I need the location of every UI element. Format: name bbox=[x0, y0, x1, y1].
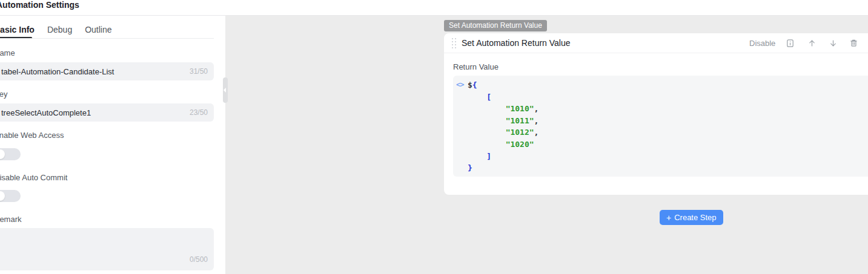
step-tooltip: Set Automation Return Value bbox=[444, 20, 547, 31]
settings-panel: Basic Info Debug Outline Name 31/50 Key … bbox=[0, 16, 225, 274]
remark-label: Remark bbox=[0, 215, 22, 224]
step-card: Set Automation Return Value Disable bbox=[444, 33, 868, 195]
move-down-icon[interactable] bbox=[829, 39, 838, 48]
name-char-counter: 31/50 bbox=[190, 67, 208, 76]
code-line: } bbox=[468, 162, 538, 174]
remark-char-counter: 0/500 bbox=[190, 255, 208, 264]
code-line: "1010", bbox=[468, 103, 538, 115]
document-info-icon[interactable] bbox=[786, 39, 795, 48]
code-line: "1020" bbox=[468, 139, 538, 151]
code-line: ] bbox=[468, 151, 538, 163]
disable-auto-commit-label: Disable Auto Commit bbox=[0, 174, 67, 182]
return-value-label: Return Value bbox=[453, 62, 499, 71]
disable-step-button[interactable]: Disable bbox=[749, 33, 775, 53]
settings-panel-content: Basic Info Debug Outline Name 31/50 Key … bbox=[0, 16, 214, 274]
create-step-label: Create Step bbox=[674, 213, 716, 222]
toggle-knob bbox=[0, 191, 5, 201]
code-icon: <> bbox=[456, 80, 463, 89]
key-char-counter: 23/50 bbox=[190, 108, 208, 117]
triangle-left-icon bbox=[224, 88, 226, 93]
name-input-wrap: 31/50 bbox=[0, 62, 214, 80]
move-up-icon[interactable] bbox=[807, 39, 817, 48]
settings-tabs: Basic Info Debug Outline bbox=[0, 22, 112, 38]
code-line: "1012", bbox=[468, 126, 538, 139]
code-line: ${ bbox=[468, 79, 538, 91]
page-title: Automation Settings bbox=[0, 0, 79, 10]
code-line: "1011", bbox=[468, 115, 538, 127]
plus-icon: + bbox=[666, 214, 671, 222]
create-step-button[interactable]: + Create Step bbox=[660, 210, 723, 225]
drag-handle-icon[interactable] bbox=[452, 38, 456, 48]
step-card-header: Set Automation Return Value Disable bbox=[444, 33, 868, 53]
panel-collapse-handle[interactable] bbox=[223, 77, 228, 103]
return-value-code-editor[interactable]: <> ${ [ "1010", "1011", "1012", "1020" ]… bbox=[453, 76, 868, 177]
name-input[interactable] bbox=[0, 62, 214, 80]
name-label: Name bbox=[0, 49, 15, 57]
key-input[interactable] bbox=[0, 103, 214, 122]
key-label: Key bbox=[0, 90, 7, 99]
key-input-wrap: 23/50 bbox=[0, 103, 214, 122]
tab-basic-info[interactable]: Basic Info bbox=[0, 22, 35, 38]
page-header: Automation Settings bbox=[0, 0, 868, 16]
code-content: ${ [ "1010", "1011", "1012", "1020" ]} bbox=[468, 79, 538, 174]
tabs-divider bbox=[0, 38, 214, 39]
tab-outline[interactable]: Outline bbox=[85, 22, 111, 38]
automation-steps-area: Set Automation Return Value Set Automati… bbox=[225, 16, 868, 274]
disable-auto-commit-toggle[interactable] bbox=[0, 190, 21, 202]
remark-textarea[interactable] bbox=[0, 228, 214, 270]
trash-icon[interactable] bbox=[849, 39, 858, 48]
enable-web-access-toggle[interactable] bbox=[0, 148, 21, 160]
enable-web-access-label: Enable Web Access bbox=[0, 131, 64, 140]
remark-textarea-wrap: 0/500 bbox=[0, 228, 214, 270]
tab-debug[interactable]: Debug bbox=[47, 22, 72, 38]
toggle-knob bbox=[0, 149, 5, 159]
step-title: Set Automation Return Value bbox=[462, 33, 571, 53]
code-line: [ bbox=[468, 91, 538, 103]
